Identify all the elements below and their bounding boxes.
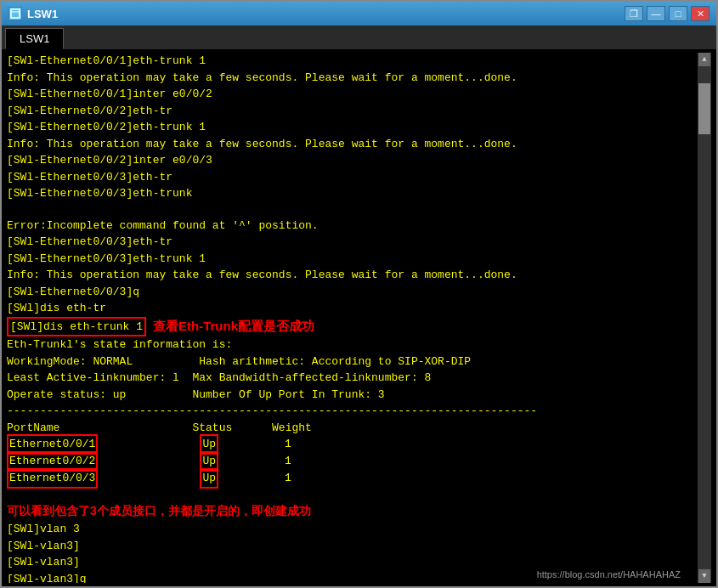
terminal-line: [SWl-Ethernet0/0/3]eth-tr [7,169,698,186]
terminal-line: [SWl-Ethernet0/0/2]eth-trunk 1 [7,119,698,136]
scroll-down-arrow[interactable]: ▼ [698,569,710,583]
restore-button[interactable]: ❐ [625,6,643,21]
bottom-line-1: [SWl-vlan3] [7,538,698,555]
main-window: LSW1 ❐ — □ ✕ LSW1 [SWl-Ethernet0/0/1]eth… [0,0,718,588]
eth-trunk-line-1: WorkingMode: NORMAL Hash arithmetic: Acc… [7,353,698,370]
terminal-line: [SWl-Ethernet0/0/2]inter e0/0/3 [7,152,698,169]
annotation-2: 可以看到包含了3个成员接口，并都是开启的，即创建成功 [7,504,698,519]
terminal-line: Info: This operation may take a few seco… [7,70,698,87]
terminal-line: Error:Incomplete command found at '^' po… [7,218,698,235]
bottom-line-2: [SWl-vlan3] [7,554,698,571]
eth-trunk-line-3: Operate status: up Number Of Up Port In … [7,387,698,404]
tab-bar: LSW1 [2,25,716,49]
terminal-line: [SWl-Ethernet0/0/1]inter e0/0/2 [7,86,698,103]
highlight-command-row: [SWl]dis eth-trunk 1 查看Eth-Trunk配置是否成功 [7,317,698,337]
tab-lsw1[interactable]: LSW1 [5,28,64,49]
highlight-command: [SWl]dis eth-trunk 1 [7,317,146,337]
status-eth3: Up [200,468,218,489]
terminal-line: [SWl-Ethernet0/0/3]eth-tr [7,234,698,251]
table-row-3: Ethernet0/0/3 Up 1 [7,470,698,487]
bottom-line-0: [SWl]vlan 3 [7,521,698,538]
terminal-line: [SWl-Ethernet0/0/1]eth-trunk 1 [7,53,698,70]
close-button[interactable]: ✕ [691,6,710,21]
eth-trunk-line-0: Eth-Trunkl's state information is: [7,336,698,353]
terminal-line: [SWl-Ethernet0/0/3]eth-trunk [7,185,698,202]
annotation-1: 查看Eth-Trunk配置是否成功 [153,319,314,335]
terminal-content: [SWl-Ethernet0/0/1]eth-trunk 1 Info: Thi… [7,53,698,583]
terminal-line: [SWl-Ethernet0/0/3]eth-trunk 1 [7,251,698,268]
port-name-eth3: Ethernet0/0/3 [7,468,98,489]
watermark: https://blog.csdn.net/HAHAHAHAZ [537,569,681,580]
scroll-up-arrow[interactable]: ▲ [698,53,710,66]
window-icon [8,7,22,20]
maximize-button[interactable]: □ [669,6,687,21]
terminal-area: [SWl-Ethernet0/0/1]eth-trunk 1 Info: Thi… [2,49,716,586]
scrollbar-thumb[interactable] [698,83,710,134]
terminal-line: Info: This operation may take a few seco… [7,267,698,284]
window-title: LSW1 [27,8,625,20]
terminal-line: [SWl]dis eth-tr [7,300,698,317]
window-controls: ❐ — □ ✕ [625,6,710,21]
svg-rect-0 [11,9,20,18]
eth-trunk-line-4: ----------------------------------------… [7,403,698,420]
table-row-2: Ethernet0/0/2 Up 1 [7,453,698,470]
scrollbar[interactable]: ▲ ▼ [698,53,711,583]
eth-trunk-line-2: Least Active-linknumber: l Max Bandwidth… [7,370,698,387]
terminal-line: [SWl-Ethernet0/0/2]eth-tr [7,103,698,120]
terminal-line: Info: This operation may take a few seco… [7,136,698,153]
table-header: PortName Status Weight [7,420,698,437]
table-row-1: Ethernet0/0/1 Up 1 [7,436,698,453]
terminal-line: [SWl-Ethernet0/0/3]q [7,284,698,301]
title-bar: LSW1 ❐ — □ ✕ [2,2,716,25]
empty-line [7,487,698,502]
minimize-button[interactable]: — [647,6,665,21]
terminal-line-empty [7,202,698,218]
